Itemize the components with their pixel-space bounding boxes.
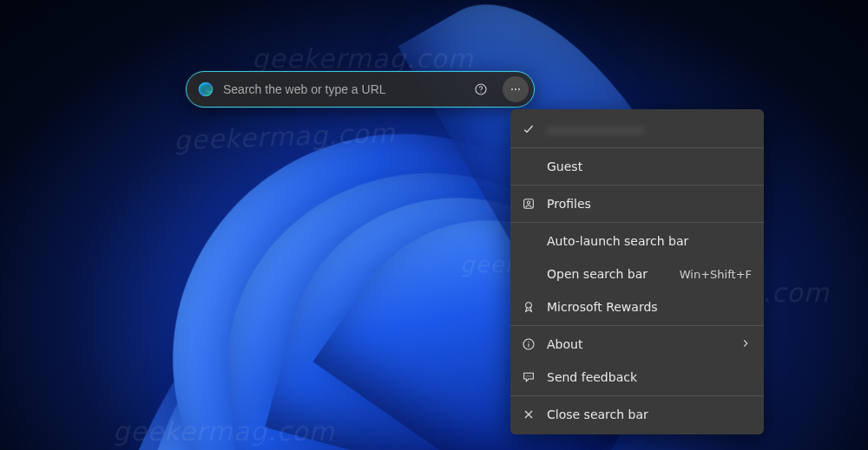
edge-search-bar[interactable] [186,71,535,108]
profiles-icon [521,197,536,211]
menu-separator [510,395,764,396]
menu-separator [510,325,764,326]
svg-point-2 [480,92,481,93]
menu-item-open-search-bar[interactable]: Open search bar Win+Shift+F [510,258,764,290]
menu-separator [510,147,764,148]
menu-item-feedback[interactable]: Send feedback [510,361,764,394]
menu-profiles-label: Profiles [547,197,752,211]
svg-point-3 [511,88,513,90]
menu-feedback-label: Send feedback [547,370,752,384]
menu-account-label: ———————— [547,122,752,136]
menu-autolaunch-label: Auto-launch search bar [547,234,752,248]
menu-item-close[interactable]: Close search bar [510,398,764,431]
search-bar-menu: ———————— Guest Profiles Auto-launch sear… [510,109,764,434]
menu-guest-label: Guest [547,160,752,173]
edge-logo-icon [197,81,214,98]
svg-point-12 [526,375,527,376]
svg-point-14 [529,375,530,376]
menu-separator [510,222,764,223]
menu-item-profiles[interactable]: Profiles [510,187,764,220]
close-icon [521,408,536,421]
menu-item-autolaunch[interactable]: Auto-launch search bar [510,225,764,258]
svg-point-11 [528,342,529,342]
menu-item-rewards[interactable]: Microsoft Rewards [510,290,764,323]
feedback-icon [521,370,536,384]
menu-item-guest[interactable]: Guest [510,150,764,183]
svg-point-13 [528,375,529,376]
menu-about-label: About [547,337,729,351]
menu-open-shortcut: Win+Shift+F [680,268,752,281]
svg-point-5 [518,88,520,90]
menu-close-label: Close search bar [547,408,752,421]
checkmark-icon [521,122,536,136]
menu-separator [510,185,764,186]
menu-item-account[interactable]: ———————— [510,113,764,146]
menu-open-label: Open search bar [547,267,669,281]
chevron-right-icon [740,337,752,352]
menu-item-about[interactable]: About [510,328,764,361]
search-input[interactable] [223,82,459,96]
help-icon[interactable] [468,76,494,102]
rewards-icon [521,300,536,314]
info-icon [521,337,536,351]
more-options-icon[interactable] [503,76,529,102]
svg-point-4 [515,88,516,90]
svg-point-8 [526,303,532,309]
svg-point-7 [527,201,529,204]
menu-rewards-label: Microsoft Rewards [547,300,752,314]
